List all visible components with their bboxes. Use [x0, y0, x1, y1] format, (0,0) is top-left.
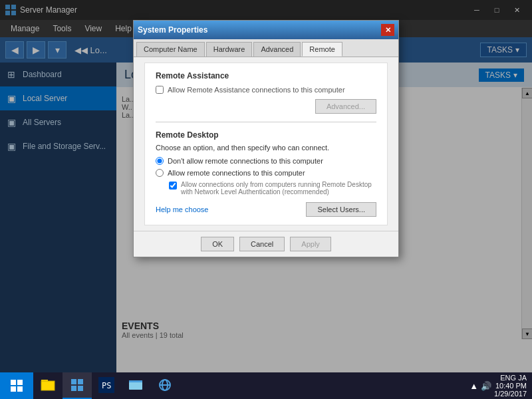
- nla-checkbox[interactable]: [169, 182, 177, 190]
- tab-hardware[interactable]: Hardware: [206, 42, 253, 57]
- remote-assistance-label: Allow Remote Assistance connections to t…: [168, 86, 345, 94]
- taskbar-server-manager[interactable]: [63, 372, 92, 399]
- cancel-button[interactable]: Cancel: [239, 237, 285, 251]
- section-divider: [156, 122, 376, 122]
- remote-desktop-description: Choose an option, and then specify who c…: [156, 144, 376, 152]
- tray-lang-user: ENG JA: [494, 374, 527, 382]
- footer-row: Help me choose Select Users...: [156, 202, 376, 217]
- select-users-button[interactable]: Select Users...: [306, 202, 376, 217]
- radio-allow-connections-input[interactable]: [156, 169, 164, 177]
- audio-icon: 🔊: [481, 381, 491, 391]
- tray-date: 1/29/2017: [494, 390, 527, 398]
- remote-desktop-section: Remote Desktop Choose an option, and the…: [156, 130, 376, 217]
- svg-text:PS: PS: [102, 381, 111, 390]
- nla-label: Allow connections only from computers ru…: [181, 181, 376, 196]
- taskbar: PS ▲ 🔊 ENG JA 10:40 PM 1/29/2017: [0, 372, 532, 399]
- svg-rect-14: [78, 386, 83, 391]
- remote-assistance-checkbox-row: Allow Remote Assistance connections to t…: [156, 86, 376, 94]
- remote-desktop-title: Remote Desktop: [156, 130, 376, 140]
- svg-rect-13: [71, 386, 76, 391]
- help-link[interactable]: Help me choose: [156, 205, 209, 213]
- tray-user: JA: [518, 374, 527, 382]
- network-icon: ▲: [469, 381, 478, 391]
- remote-assistance-checkbox[interactable]: [156, 86, 164, 94]
- radio-allow-connections: Allow remote connections to this compute…: [156, 169, 376, 177]
- svg-rect-7: [17, 386, 23, 392]
- radio-no-connections-input[interactable]: [156, 157, 164, 165]
- remote-assistance-title: Remote Assistance: [156, 71, 376, 80]
- taskbar-ie[interactable]: [150, 372, 180, 399]
- tray-lang: ENG: [500, 374, 516, 382]
- tab-remote[interactable]: Remote: [302, 42, 342, 57]
- start-button[interactable]: [0, 372, 33, 399]
- remote-assistance-advanced-button[interactable]: Advanced...: [315, 99, 376, 114]
- tab-advanced[interactable]: Advanced: [253, 42, 301, 57]
- dialog-tabs: Computer Name Hardware Advanced Remote: [134, 39, 398, 57]
- tab-computer-name[interactable]: Computer Name: [136, 42, 205, 57]
- svg-rect-6: [11, 386, 16, 392]
- taskbar-tray: ▲ 🔊 ENG JA 10:40 PM 1/29/2017: [464, 374, 532, 398]
- radio-no-connections-label: Don't allow remote connections to this c…: [168, 157, 323, 165]
- svg-rect-11: [71, 379, 76, 384]
- apply-button[interactable]: Apply: [290, 237, 331, 251]
- tray-info: ENG JA 10:40 PM 1/29/2017: [494, 374, 527, 398]
- dialog-body: Remote Assistance Allow Remote Assistanc…: [144, 63, 388, 225]
- taskbar-explorer-2[interactable]: [121, 372, 150, 399]
- radio-allow-connections-label: Allow remote connections to this compute…: [168, 169, 305, 177]
- svg-rect-5: [17, 380, 23, 385]
- taskbar-apps: PS: [33, 372, 464, 399]
- advanced-btn-row: Advanced...: [156, 99, 376, 114]
- dialog-title-bar: System Properties ✕: [134, 21, 398, 39]
- system-properties-dialog: System Properties ✕ Computer Name Hardwa…: [133, 20, 399, 257]
- dialog-overlay: System Properties ✕ Computer Name Hardwa…: [0, 0, 532, 399]
- svg-rect-9: [41, 381, 55, 390]
- dialog-close-button[interactable]: ✕: [381, 24, 394, 36]
- svg-rect-4: [11, 380, 16, 385]
- dialog-content: Remote Assistance Allow Remote Assistanc…: [134, 57, 398, 225]
- tray-icons: ▲ 🔊: [469, 381, 491, 391]
- taskbar-powershell[interactable]: PS: [92, 372, 121, 399]
- radio-no-connections: Don't allow remote connections to this c…: [156, 157, 376, 165]
- dialog-footer: OK Cancel Apply: [134, 231, 398, 257]
- nla-checkbox-row: Allow connections only from computers ru…: [169, 181, 376, 196]
- dialog-title: System Properties: [138, 25, 207, 35]
- taskbar-file-explorer[interactable]: [33, 372, 63, 399]
- tray-time: 10:40 PM: [494, 382, 527, 390]
- ok-button[interactable]: OK: [201, 237, 234, 251]
- svg-rect-18: [129, 380, 142, 382]
- svg-rect-12: [78, 379, 83, 384]
